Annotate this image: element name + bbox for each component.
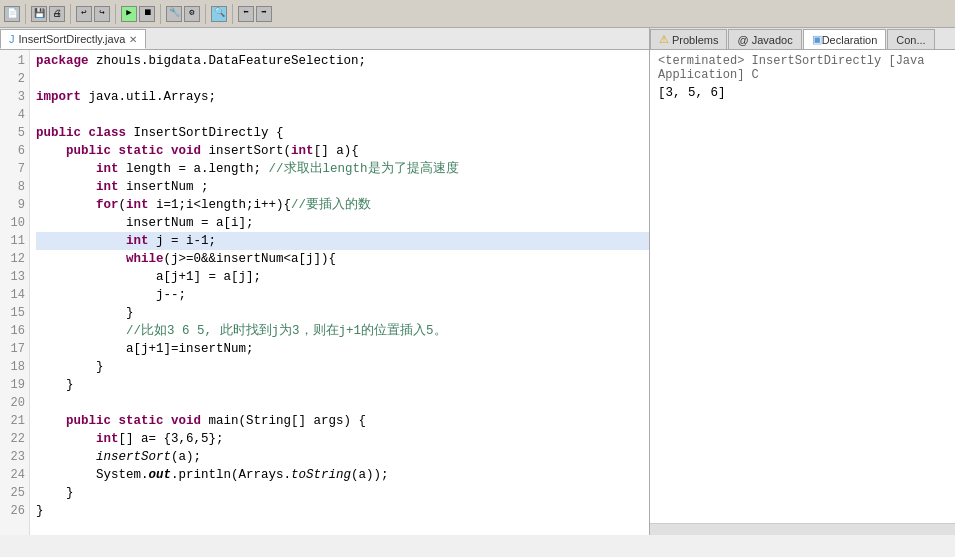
toolbar-icon-8[interactable]: 🔧 <box>166 6 182 22</box>
code-area: 1234567891011121314151617181920212223242… <box>0 50 649 535</box>
toolbar-sep-2 <box>70 4 71 24</box>
line-num-5: 5 <box>0 124 25 142</box>
line-num-4: 4 <box>0 106 25 124</box>
toolbar-icon-7[interactable]: ⏹ <box>139 6 155 22</box>
line-num-23: 23 <box>0 448 25 466</box>
toolbar-icon-11[interactable]: ⬅ <box>238 6 254 22</box>
toolbar-icon-10[interactable]: 🔍 <box>211 6 227 22</box>
console-scrollbar[interactable] <box>650 523 955 535</box>
right-panel: ⚠ Problems @ Javadoc ▣ Declaration Con..… <box>650 28 955 535</box>
line-num-7: 7 <box>0 160 25 178</box>
code-line-17: a[j+1]=insertNum; <box>36 340 649 358</box>
line-num-24: 24 <box>0 466 25 484</box>
tab-file-icon: J <box>9 33 15 45</box>
line-num-9: 9 <box>0 196 25 214</box>
toolbar-icon-4[interactable]: ↩ <box>76 6 92 22</box>
code-line-14: j--; <box>36 286 649 304</box>
tab-javadoc[interactable]: @ Javadoc <box>728 29 801 49</box>
tab-console[interactable]: Con... <box>887 29 934 49</box>
line-num-3: 3 <box>0 88 25 106</box>
toolbar-icon-12[interactable]: ➡ <box>256 6 272 22</box>
main-area: J InsertSortDirectly.java ✕ 123456789101… <box>0 28 955 535</box>
code-content[interactable]: package zhouls.bigdata.DataFeatureSelect… <box>30 50 649 535</box>
toolbar: 📄 💾 🖨 ↩ ↪ ▶ ⏹ 🔧 ⚙ 🔍 ⬅ ➡ <box>0 0 955 28</box>
code-line-20 <box>36 394 649 412</box>
line-num-1: 1 <box>0 52 25 70</box>
line-num-11: 11 <box>0 232 25 250</box>
line-num-25: 25 <box>0 484 25 502</box>
editor-tab-insertsort[interactable]: J InsertSortDirectly.java ✕ <box>0 29 146 49</box>
tab-console-label: Con... <box>896 34 925 46</box>
code-line-7: int length = a.length; //求取出length是为了提高速… <box>36 160 649 178</box>
editor-panel: J InsertSortDirectly.java ✕ 123456789101… <box>0 28 650 535</box>
line-num-22: 22 <box>0 430 25 448</box>
line-numbers: 1234567891011121314151617181920212223242… <box>0 50 30 535</box>
toolbar-sep-4 <box>160 4 161 24</box>
console-output-text: [3, 5, 6] <box>658 86 947 100</box>
code-line-1: package zhouls.bigdata.DataFeatureSelect… <box>36 52 649 70</box>
code-line-22: int[] a= {3,6,5}; <box>36 430 649 448</box>
code-line-19: } <box>36 376 649 394</box>
code-line-10: insertNum = a[i]; <box>36 214 649 232</box>
code-line-3: import java.util.Arrays; <box>36 88 649 106</box>
line-num-14: 14 <box>0 286 25 304</box>
toolbar-icon-9[interactable]: ⚙ <box>184 6 200 22</box>
tab-declaration[interactable]: ▣ Declaration <box>803 29 887 49</box>
line-num-19: 19 <box>0 376 25 394</box>
console-terminated-text: <terminated> InsertSortDirectly [Java Ap… <box>658 54 947 82</box>
declaration-icon: ▣ <box>812 33 822 46</box>
line-num-16: 16 <box>0 322 25 340</box>
code-line-6: public static void insertSort(int[] a){ <box>36 142 649 160</box>
toolbar-icon-3[interactable]: 🖨 <box>49 6 65 22</box>
line-num-18: 18 <box>0 358 25 376</box>
tab-declaration-label: Declaration <box>822 34 878 46</box>
code-line-18: } <box>36 358 649 376</box>
code-line-26: } <box>36 502 649 520</box>
code-line-11: int j = i-1; <box>36 232 649 250</box>
toolbar-sep-6 <box>232 4 233 24</box>
code-line-9: for(int i=1;i<length;i++){//要插入的数 <box>36 196 649 214</box>
code-line-24: System.out.println(Arrays.toString(a)); <box>36 466 649 484</box>
code-line-23: insertSort(a); <box>36 448 649 466</box>
line-num-12: 12 <box>0 250 25 268</box>
tab-problems[interactable]: ⚠ Problems <box>650 29 727 49</box>
code-line-4 <box>36 106 649 124</box>
line-num-8: 8 <box>0 178 25 196</box>
line-num-15: 15 <box>0 304 25 322</box>
code-line-13: a[j+1] = a[j]; <box>36 268 649 286</box>
tab-filename: InsertSortDirectly.java <box>19 33 126 45</box>
line-num-2: 2 <box>0 70 25 88</box>
code-line-25: } <box>36 484 649 502</box>
code-line-5: public class InsertSortDirectly { <box>36 124 649 142</box>
line-num-6: 6 <box>0 142 25 160</box>
code-line-8: int insertNum ; <box>36 178 649 196</box>
line-num-21: 21 <box>0 412 25 430</box>
tab-close-button[interactable]: ✕ <box>129 34 137 45</box>
code-line-21: public static void main(String[] args) { <box>36 412 649 430</box>
line-num-13: 13 <box>0 268 25 286</box>
line-num-10: 10 <box>0 214 25 232</box>
toolbar-sep-1 <box>25 4 26 24</box>
line-num-20: 20 <box>0 394 25 412</box>
toolbar-icon-2[interactable]: 💾 <box>31 6 47 22</box>
toolbar-sep-3 <box>115 4 116 24</box>
code-line-16: //比如3 6 5, 此时找到j为3，则在j+1的位置插入5。 <box>36 322 649 340</box>
line-num-26: 26 <box>0 502 25 520</box>
toolbar-icon-6[interactable]: ▶ <box>121 6 137 22</box>
editor-tab-bar: J InsertSortDirectly.java ✕ <box>0 28 649 50</box>
code-line-2 <box>36 70 649 88</box>
toolbar-sep-5 <box>205 4 206 24</box>
right-tabs: ⚠ Problems @ Javadoc ▣ Declaration Con..… <box>650 28 955 50</box>
tab-problems-label: Problems <box>672 34 718 46</box>
tab-javadoc-label: @ Javadoc <box>737 34 792 46</box>
line-num-17: 17 <box>0 340 25 358</box>
code-line-12: while(j>=0&&insertNum<a[j]){ <box>36 250 649 268</box>
toolbar-icon-5[interactable]: ↪ <box>94 6 110 22</box>
problems-icon: ⚠ <box>659 33 669 46</box>
console-area: <terminated> InsertSortDirectly [Java Ap… <box>650 50 955 523</box>
toolbar-icon-1[interactable]: 📄 <box>4 6 20 22</box>
code-line-15: } <box>36 304 649 322</box>
